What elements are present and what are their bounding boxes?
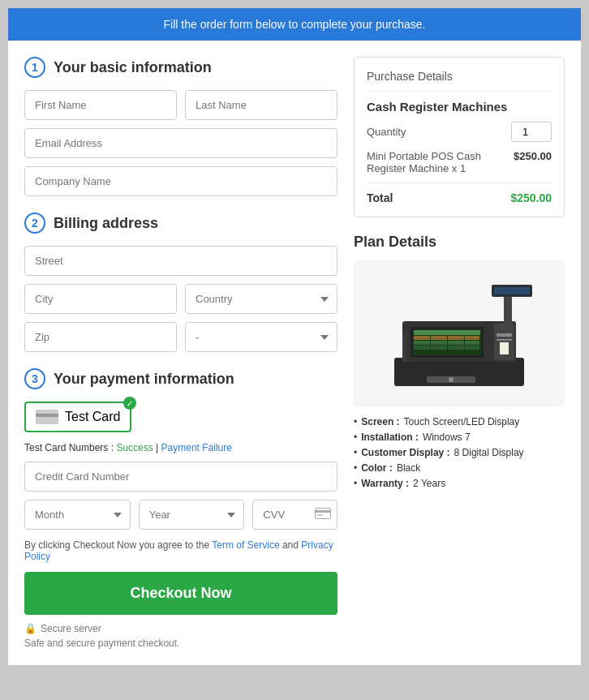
svg-rect-30 (494, 287, 530, 294)
section3-header: 3 Your payment information (24, 368, 337, 389)
cvv-card-icon (315, 508, 331, 522)
test-card-option[interactable]: Test Card ✓ (24, 402, 131, 432)
test-card-failure-link[interactable]: Payment Failure (161, 442, 232, 453)
quantity-input[interactable] (511, 122, 552, 142)
test-card-prefix: Test Card Numbers : (24, 442, 116, 453)
safe-text: Safe and secure payment checkout. (24, 638, 337, 649)
svg-rect-10 (414, 336, 430, 340)
plan-details-title: Plan Details (354, 234, 565, 251)
zip-input[interactable] (24, 322, 177, 352)
spec-installation: Installation : Windows 7 (354, 432, 565, 443)
svg-rect-9 (414, 330, 480, 335)
product-image (378, 268, 540, 398)
test-card-success-link[interactable]: Success (116, 442, 153, 453)
banner-text: Fill the order form below to complete yo… (164, 18, 426, 31)
test-card-note: Test Card Numbers : Success | Payment Fa… (24, 442, 337, 453)
street-row (24, 246, 337, 276)
product-name: Mini Portable POS Cash Register Machine … (367, 150, 514, 174)
svg-rect-19 (431, 346, 447, 350)
first-name-input[interactable] (24, 90, 177, 120)
section3-num: 3 (24, 368, 45, 389)
total-label: Total (367, 191, 393, 204)
credit-card-row (24, 462, 337, 492)
state-select[interactable]: - CA NY TX (185, 322, 337, 352)
svg-point-5 (449, 377, 454, 382)
product-row: Mini Portable POS Cash Register Machine … (367, 150, 552, 183)
svg-rect-14 (414, 341, 430, 345)
product-image-container (354, 260, 565, 406)
svg-rect-11 (431, 336, 447, 340)
plan-details: Plan Details (354, 234, 565, 489)
secure-label: 🔒 Secure server (24, 623, 337, 634)
svg-rect-23 (497, 333, 512, 337)
purchase-details-box: Purchase Details Cash Register Machines … (354, 57, 565, 217)
svg-rect-1 (315, 510, 331, 513)
quantity-label: Quantity (367, 126, 406, 138)
zip-state-row: - CA NY TX (24, 322, 337, 352)
last-name-input[interactable] (185, 90, 337, 120)
svg-rect-22 (494, 324, 514, 360)
section2-num: 2 (24, 213, 45, 234)
svg-rect-0 (316, 508, 331, 518)
spec-warranty: Warranty : 2 Years (354, 478, 565, 489)
total-value: $250.00 (510, 191, 552, 204)
svg-rect-2 (316, 514, 323, 516)
terms-middle: and (282, 539, 301, 551)
section2-header: 2 Billing address (24, 213, 337, 234)
spec-customer-display: Customer Display : 8 Digital Display (354, 447, 565, 458)
svg-rect-16 (448, 341, 464, 345)
company-row (24, 166, 337, 196)
section3-title: Your payment information (54, 371, 234, 388)
section1-num: 1 (24, 57, 45, 78)
svg-rect-13 (465, 336, 479, 340)
country-select[interactable]: Country United States United Kingdom Can… (185, 284, 337, 314)
selected-check-icon: ✓ (123, 397, 136, 410)
checkout-button[interactable]: Checkout Now (24, 572, 337, 615)
svg-rect-26 (402, 333, 406, 362)
svg-rect-27 (504, 293, 512, 325)
product-price: $250.00 (514, 150, 552, 174)
month-select[interactable]: Month 010203 040506 070809 101112 (24, 500, 131, 530)
right-panel: Purchase Details Cash Register Machines … (354, 57, 565, 649)
payment-method-label: Test Card (65, 410, 120, 424)
svg-rect-12 (448, 336, 464, 340)
left-panel: 1 Your basic information 2 Billing addre… (24, 57, 337, 649)
total-row: Total $250.00 (367, 191, 552, 204)
cvv-wrapper (252, 500, 337, 530)
svg-rect-25 (500, 342, 509, 354)
spec-color: Color : Black (354, 462, 565, 474)
svg-rect-17 (465, 341, 479, 345)
top-banner: Fill the order form below to complete yo… (8, 8, 581, 41)
svg-rect-18 (414, 346, 430, 350)
email-row (24, 128, 337, 158)
terms-before: By clicking Checkout Now you agree to th… (24, 539, 212, 551)
svg-rect-21 (465, 346, 479, 350)
section1-title: Your basic information (54, 59, 212, 76)
section2-title: Billing address (54, 215, 158, 232)
svg-rect-15 (431, 341, 447, 345)
email-input[interactable] (24, 128, 337, 158)
product-title: Cash Register Machines (367, 100, 552, 114)
product-specs: Screen : Touch Screen/LED Display Instal… (354, 416, 565, 489)
city-input[interactable] (24, 284, 177, 314)
quantity-row: Quantity (367, 122, 552, 142)
credit-card-input[interactable] (24, 462, 337, 492)
spec-screen: Screen : Touch Screen/LED Display (354, 416, 565, 427)
section1-header: 1 Your basic information (24, 57, 337, 78)
name-row (24, 90, 337, 120)
street-input[interactable] (24, 246, 337, 276)
city-country-row: Country United States United Kingdom Can… (24, 284, 337, 314)
terms-text: By clicking Checkout Now you agree to th… (24, 539, 337, 562)
svg-rect-20 (448, 346, 464, 350)
page-wrapper: Fill the order form below to complete yo… (8, 8, 581, 665)
purchase-details-title: Purchase Details (367, 70, 552, 92)
secure-text: Secure server (41, 623, 101, 634)
svg-rect-24 (497, 339, 512, 341)
lock-icon: 🔒 (24, 623, 37, 634)
year-select[interactable]: Year 202420252026 20272028 (139, 500, 245, 530)
main-content: 1 Your basic information 2 Billing addre… (8, 41, 581, 665)
terms-of-service-link[interactable]: Term of Service (212, 539, 279, 551)
company-input[interactable] (24, 166, 337, 196)
cvv-row: Month 010203 040506 070809 101112 Year 2… (24, 500, 337, 530)
card-icon (36, 410, 58, 424)
